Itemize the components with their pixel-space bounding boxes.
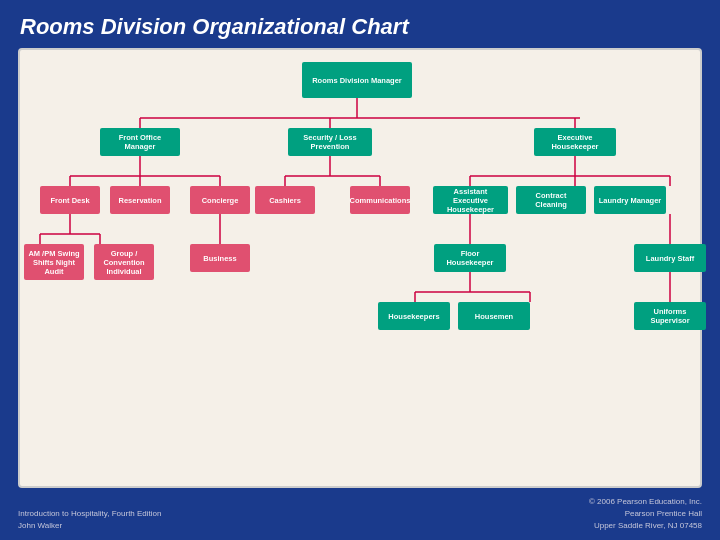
footer-right: © 2006 Pearson Education, Inc. Pearson P… (589, 496, 702, 532)
box-business: Business (190, 244, 250, 272)
box-housekeepers: Housekeepers (378, 302, 450, 330)
footer-left: Introduction to Hospitality, Fourth Edit… (18, 508, 161, 532)
box-cashiers: Cashiers (255, 186, 315, 214)
box-contract-cleaning: Contract Cleaning (516, 186, 586, 214)
box-communications: Communications (350, 186, 410, 214)
box-front-desk: Front Desk (40, 186, 100, 214)
box-executive-housekeeper: Executive Housekeeper (534, 128, 616, 156)
box-front-office-manager: Front Office Manager (100, 128, 180, 156)
box-group-convention: Group / Convention Individual (94, 244, 154, 280)
box-laundry-manager: Laundry Manager (594, 186, 666, 214)
box-am-pm-swing: AM /PM Swing Shifts Night Audit (24, 244, 84, 280)
box-housemen: Housemen (458, 302, 530, 330)
box-floor-housekeeper: Floor Housekeeper (434, 244, 506, 272)
box-concierge: Concierge (190, 186, 250, 214)
box-reservation: Reservation (110, 186, 170, 214)
box-asst-exec-housekeeper: Assistant Executive Housekeeper (433, 186, 508, 214)
box-rooms-division-manager: Rooms Division Manager (302, 62, 412, 98)
box-security-loss-prevention: Security / Loss Prevention (288, 128, 372, 156)
chart-container: Rooms Division Manager Front Office Mana… (18, 48, 702, 488)
page-title: Rooms Division Organizational Chart (0, 0, 720, 48)
box-uniforms-supervisor: Uniforms Supervisor (634, 302, 706, 330)
box-laundry-staff: Laundry Staff (634, 244, 706, 272)
